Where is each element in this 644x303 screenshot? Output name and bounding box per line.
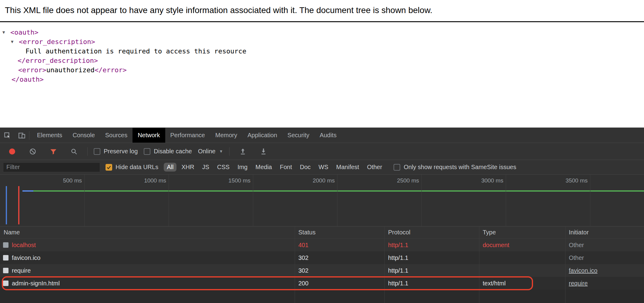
timeline-overview[interactable]: 500 ms1000 ms1500 ms2000 ms2500 ms3000 m… <box>0 175 644 226</box>
hide-data-urls-checkbox[interactable]: Hide data URLs <box>106 164 158 171</box>
devtools-panel: ElementsConsoleSourcesNetworkPerformance… <box>0 128 644 303</box>
timeline-tick-label: 1500 ms <box>208 177 250 184</box>
checkbox-checked-icon <box>106 164 112 171</box>
separator <box>29 131 29 140</box>
filter-type-ws[interactable]: WS <box>316 163 331 172</box>
throttling-value: Online <box>198 148 216 155</box>
record-button[interactable] <box>5 148 19 155</box>
xml-tree: ▼<oauth>▼<error_description>Full authent… <box>0 22 644 84</box>
filter-type-js[interactable]: JS <box>199 163 212 172</box>
timeline-gridline <box>253 175 253 226</box>
tab-memory[interactable]: Memory <box>210 128 242 143</box>
checkbox-unchecked-icon <box>144 148 150 155</box>
column-header-type[interactable]: Type <box>479 229 565 236</box>
device-toolbar-button[interactable] <box>15 128 29 143</box>
column-header-protocol[interactable]: Protocol <box>384 229 479 236</box>
disclosure-triangle-icon[interactable]: ▼ <box>2 28 10 37</box>
status-cell: 302 <box>295 267 384 274</box>
xml-style-notice: This XML file does not appear to have an… <box>0 0 644 22</box>
resource-type-filters: AllXHRJSCSSImgMediaFontDocWSManifestOthe… <box>164 163 385 172</box>
filter-type-doc[interactable]: Doc <box>297 163 314 172</box>
preserve-log-label: Preserve log <box>104 148 138 155</box>
network-request-row[interactable]: localhost401http/1.1documentOther <box>0 239 644 251</box>
protocol-cell: http/1.1 <box>384 280 479 287</box>
document-icon <box>3 242 8 248</box>
timeline-load-segment-blue <box>22 190 33 192</box>
column-separator <box>479 226 479 303</box>
download-arrow-icon <box>260 148 267 155</box>
tab-sources[interactable]: Sources <box>100 128 132 143</box>
request-name-cell: localhost <box>0 242 295 249</box>
document-icon <box>3 281 8 286</box>
separator <box>87 147 88 156</box>
xml-line: </oauth> <box>0 75 644 84</box>
initiator-link[interactable]: favicon.ico <box>565 267 644 274</box>
tab-security[interactable]: Security <box>282 128 314 143</box>
xml-text: Full authentication is required to acces… <box>25 46 246 56</box>
status-cell: 302 <box>295 254 384 261</box>
clear-button[interactable] <box>25 148 40 155</box>
column-header-name[interactable]: Name <box>0 229 295 236</box>
column-header-initiator[interactable]: Initiator <box>565 229 644 236</box>
samesite-checkbox[interactable]: Only show requests with SameSite issues <box>394 164 516 171</box>
filter-type-manifest[interactable]: Manifest <box>333 163 362 172</box>
tab-audits[interactable]: Audits <box>314 128 342 143</box>
column-header-status[interactable]: Status <box>295 229 384 236</box>
devtools-tabbar: ElementsConsoleSourcesNetworkPerformance… <box>0 128 644 143</box>
devtools-tabs: ElementsConsoleSourcesNetworkPerformance… <box>32 128 342 143</box>
import-har-button[interactable] <box>236 148 250 155</box>
timeline-tick-label: 2000 ms <box>292 177 335 184</box>
filter-type-media[interactable]: Media <box>252 163 275 172</box>
samesite-label: Only show requests with SameSite issues <box>404 164 516 171</box>
tab-elements[interactable]: Elements <box>32 128 67 143</box>
request-name-cell: require <box>0 267 295 274</box>
filter-type-img[interactable]: Img <box>234 163 250 172</box>
export-har-button[interactable] <box>256 148 271 155</box>
timeline-gridline <box>506 175 506 226</box>
disable-cache-checkbox[interactable]: Disable cache <box>144 148 192 155</box>
inspect-element-button[interactable] <box>0 128 15 143</box>
timeline-request-bar-red <box>18 186 19 224</box>
throttling-dropdown[interactable]: Online ▼ <box>198 148 223 155</box>
hide-data-urls-label: Hide data URLs <box>116 164 158 171</box>
status-cell: 401 <box>295 242 384 249</box>
timeline-gridline <box>169 175 169 226</box>
xml-line: ▼<error_description> <box>0 37 644 46</box>
xml-line: <error>unauthorized</error> <box>0 65 644 75</box>
initiator-cell: Other <box>565 242 644 249</box>
filter-type-other[interactable]: Other <box>364 163 385 172</box>
protocol-cell: http/1.1 <box>384 242 479 249</box>
xml-tag: <error> <box>18 65 46 75</box>
preserve-log-checkbox[interactable]: Preserve log <box>94 148 138 155</box>
initiator-cell: Other <box>565 254 644 261</box>
timeline-gridline <box>337 175 337 226</box>
xml-text: unauthorized <box>46 65 95 75</box>
tab-performance[interactable]: Performance <box>165 128 210 143</box>
filter-type-css[interactable]: CSS <box>214 163 233 172</box>
network-request-row[interactable]: require302http/1.1favicon.ico <box>0 264 644 277</box>
search-button[interactable] <box>67 148 81 155</box>
checkbox-unchecked-icon <box>394 164 400 171</box>
timeline-request-bar-blue <box>6 186 7 224</box>
column-separator <box>565 226 565 303</box>
timeline-gridline <box>421 175 422 226</box>
filter-type-all[interactable]: All <box>164 163 176 172</box>
network-table: Name Status Protocol Type Initiator loca… <box>0 226 644 303</box>
filter-input[interactable] <box>3 162 100 172</box>
filter-type-xhr[interactable]: XHR <box>178 163 197 172</box>
column-separator <box>384 226 385 303</box>
filter-funnel-icon <box>49 148 57 155</box>
filter-type-font[interactable]: Font <box>277 163 295 172</box>
xml-tag: </oauth> <box>12 75 44 84</box>
device-toolbar-icon <box>18 131 26 139</box>
upload-arrow-icon <box>239 148 247 155</box>
network-request-row[interactable]: admin-signIn.html200http/1.1text/htmlreq… <box>0 277 644 290</box>
initiator-link[interactable]: require <box>565 280 644 287</box>
network-request-row[interactable]: favicon.ico302http/1.1Other <box>0 251 644 264</box>
filter-toggle-button[interactable] <box>46 148 61 155</box>
tab-network[interactable]: Network <box>132 128 165 143</box>
tab-console[interactable]: Console <box>67 128 100 143</box>
disclosure-triangle-icon[interactable]: ▼ <box>11 37 19 46</box>
tab-application[interactable]: Application <box>242 128 282 143</box>
network-table-header: Name Status Protocol Type Initiator <box>0 226 644 239</box>
